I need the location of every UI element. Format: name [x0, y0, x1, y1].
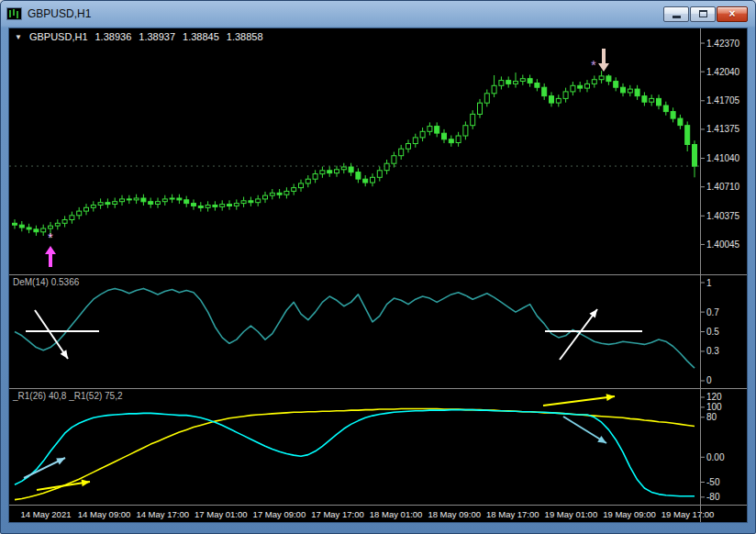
time-axis-label: 18 May 01:00: [370, 509, 423, 519]
dem-indicator-pane: 10.70.50.30 DeM(14) 0.5366: [9, 275, 747, 388]
svg-text:1.42370: 1.42370: [706, 39, 740, 49]
svg-text:1.40375: 1.40375: [706, 211, 740, 221]
svg-text:100: 100: [706, 402, 722, 412]
time-axis-label: 14 May 2021: [21, 509, 72, 519]
dem-indicator-canvas[interactable]: 10.70.50.30: [9, 275, 749, 388]
svg-text:1.40710: 1.40710: [706, 182, 740, 192]
minimize-button[interactable]: [663, 6, 689, 22]
svg-text:*: *: [591, 57, 596, 72]
window-controls: ×: [663, 6, 750, 22]
price-axis-divider: [700, 28, 701, 522]
svg-text:1.40045: 1.40045: [706, 239, 740, 250]
rsi-indicator-pane: 120100800.00-50-80 _R1(26) 40,8 _R1(52) …: [9, 389, 747, 505]
time-axis-label: 18 May 17:00: [486, 509, 539, 519]
svg-text:0: 0: [706, 375, 712, 385]
svg-text:1: 1: [706, 278, 712, 288]
chart-icon: [6, 7, 22, 20]
ohlc-quote-line: ▼ GBPUSD,H1 1.38936 1.38937 1.38845 1.38…: [15, 31, 263, 42]
dem-indicator-label: DeM(14) 0.5366: [13, 277, 79, 287]
ohlc-open: 1.38936: [95, 31, 132, 42]
time-axis-label: 17 May 09:00: [253, 509, 306, 519]
svg-text:1.41705: 1.41705: [706, 95, 740, 106]
time-axis-label: 14 May 17:00: [136, 509, 189, 519]
time-axis-label: 19 May 01:00: [545, 509, 598, 519]
svg-text:-80: -80: [706, 492, 720, 502]
titlebar[interactable]: GBPUSD,H1 ×: [1, 1, 755, 27]
minimize-icon: [673, 16, 681, 18]
time-axis-label: 14 May 09:00: [78, 509, 131, 519]
window-title: GBPUSD,H1: [28, 7, 91, 20]
rsi-indicator-label: _R1(26) 40,8 _R1(52) 75,2: [13, 391, 123, 401]
svg-text:*: *: [48, 229, 53, 245]
application-window: GBPUSD,H1 × 1.423701.420401.417051.41375…: [0, 0, 756, 534]
ohlc-low: 1.38845: [183, 31, 219, 42]
time-axis-label: 19 May 17:00: [662, 509, 715, 519]
candlestick-chart-canvas[interactable]: 1.423701.420401.417051.413751.410401.407…: [9, 28, 749, 274]
chart-client-area: 1.423701.420401.417051.413751.410401.407…: [8, 28, 748, 523]
main-chart-pane: 1.423701.420401.417051.413751.410401.407…: [9, 28, 747, 274]
time-axis-label: 18 May 09:00: [428, 509, 481, 519]
symbol-dropdown-icon[interactable]: ▼: [15, 33, 22, 41]
svg-text:1.42040: 1.42040: [706, 67, 740, 77]
time-axis-label: 17 May 01:00: [195, 509, 248, 519]
rsi-indicator-canvas[interactable]: 120100800.00-50-80: [9, 389, 749, 505]
svg-text:120: 120: [706, 392, 722, 402]
svg-text:80: 80: [706, 412, 717, 422]
time-axis-label: 19 May 09:00: [603, 509, 656, 519]
ohlc-high: 1.38937: [139, 31, 175, 42]
svg-text:1.41375: 1.41375: [706, 124, 740, 134]
time-axis-label: 17 May 17:00: [311, 509, 364, 519]
maximize-button[interactable]: [690, 6, 716, 22]
svg-text:0.00: 0.00: [706, 452, 725, 462]
ohlc-symbol: GBPUSD,H1: [29, 31, 88, 42]
close-button[interactable]: ×: [717, 6, 748, 22]
time-axis[interactable]: 14 May 202114 May 09:0014 May 17:0017 Ma…: [9, 506, 747, 524]
svg-text:0.5: 0.5: [706, 327, 719, 337]
close-icon: ×: [728, 8, 735, 19]
svg-text:0.7: 0.7: [706, 307, 719, 317]
maximize-icon: [699, 10, 707, 17]
ohlc-close: 1.38858: [227, 31, 263, 42]
svg-text:0.3: 0.3: [706, 346, 719, 356]
svg-text:1.41040: 1.41040: [706, 153, 740, 163]
svg-text:-50: -50: [706, 477, 720, 487]
